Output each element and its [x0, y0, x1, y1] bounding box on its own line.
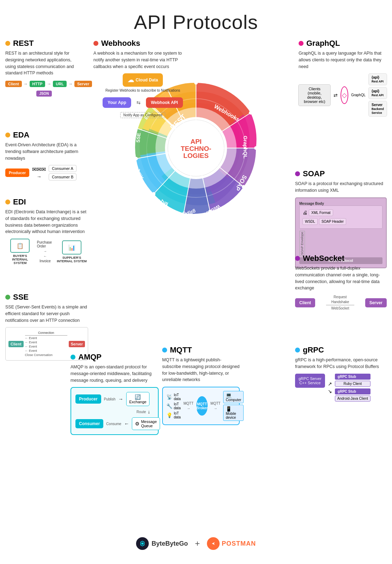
amqp-route-row: Route ↓ — [75, 409, 154, 415]
graphql-api-boxes: {api}Rest API {api}Rest API ServerBacken… — [368, 73, 387, 117]
graphql-title: GraphQL — [299, 39, 387, 48]
amqp-title-text: AMQP — [78, 352, 102, 362]
sse-description: SSE (Server-Sent Events) is a simple and… — [5, 304, 88, 324]
graphql-description: GraphQL is a query language for APIs tha… — [299, 50, 387, 70]
edi-invoice: Invoice — [39, 259, 51, 263]
svg-point-33 — [242, 185, 245, 189]
amqp-dot — [71, 355, 75, 360]
edi-description: EDI (Electronic Data Interchange) is a s… — [5, 209, 88, 235]
webhooks-api-box: Webhook API — [146, 97, 183, 108]
svg-text:TECHNO-: TECHNO- — [181, 145, 212, 152]
eda-title-text: EDA — [13, 130, 29, 140]
sse-title-text: SSE — [13, 293, 29, 302]
sse-client: Client — [8, 341, 24, 347]
mqtt-description: MQTT is a lightweight publish-subscribe … — [162, 357, 240, 383]
rest-arrow1: → — [24, 81, 28, 86]
grpc-diagram: gRPC ServerC++ Service ↗ ↘ gRPC Stub Rub… — [295, 374, 387, 401]
footer: ByteByteGo + POSTMAN — [136, 537, 256, 550]
edi-section: EDI EDI (Electronic Data Interchange) is… — [5, 197, 88, 265]
amqp-consumer: Consumer — [75, 419, 103, 428]
graphql-clients: Clients (mobile, desktop, browser etc) — [298, 84, 331, 106]
amqp-consumer-row: Consumer Consume ← ⚙ Message Queue — [75, 417, 154, 430]
svg-point-31 — [249, 111, 252, 115]
grpc-arrow1: ↗ — [328, 381, 332, 387]
mqtt-mobile-icon: 📱 — [226, 406, 232, 412]
websocket-section: WebSocket WebSockets provide a full-dupl… — [295, 254, 387, 310]
rest-arrow2: → — [47, 81, 51, 86]
eda-producer: Producer — [5, 168, 29, 177]
webhooks-description: A webhook is a mechanism for one system … — [93, 50, 192, 70]
webhooks-diagram: ☁ Cloud Data Register Webhooks to subscr… — [93, 73, 192, 118]
grpc-stub-2-label: gRPC Stub — [335, 388, 370, 394]
eda-consumers: Consumer A Consumer B — [49, 165, 76, 180]
graphql-diagram: Clients (mobile, desktop, browser etc) ⇄… — [299, 73, 387, 117]
webhooks-dot — [93, 41, 98, 46]
edi-supplier-icon: 📊 — [62, 240, 81, 255]
grpc-dot — [295, 348, 300, 352]
grpc-section: gRPC gRPC is a high-performance, open-so… — [295, 345, 387, 401]
sse-dot — [5, 295, 10, 300]
mqtt-section: MQTT MQTT is a lightweight publish-subsc… — [162, 345, 240, 425]
rest-arrow3: → — [68, 81, 73, 86]
rest-client-box: Client — [5, 81, 22, 87]
svg-point-30 — [194, 81, 198, 85]
mqtt-mobile: 📱 Mobile device — [223, 405, 244, 421]
grpc-stub-1-label: gRPC Stub — [335, 374, 370, 380]
postman-icon — [207, 537, 220, 550]
sse-event-1: ← Event — [25, 336, 67, 340]
grpc-title: gRPC — [295, 345, 387, 355]
mqtt-arrows-right: MQTT → — [210, 401, 220, 410]
ws-server: Server — [365, 298, 387, 307]
edi-purchase-order: Purchase Order — [37, 240, 54, 248]
mqtt-iot-device2: 🔧 IoT data — [166, 402, 180, 410]
graphql-node-label: GraphQL — [351, 93, 366, 97]
soap-message-body: 🖨 XML Format WSDL SOAP Header — [299, 206, 382, 229]
soap-xml-row: 🖨 XML Format — [302, 209, 379, 217]
soap-wsdl: WSDL — [302, 218, 318, 225]
sse-close: Close Conversation — [25, 353, 67, 357]
amqp-exchange-icon: 🔄 — [129, 394, 147, 400]
eda-consumer-a: Consumer A — [49, 165, 76, 172]
amqp-exchange: 🔄 Exchange — [126, 392, 150, 406]
eda-consumer-b: Consumer B — [49, 173, 76, 180]
soap-xml-format: XML Format — [309, 209, 333, 216]
rest-dot — [5, 41, 10, 46]
grpc-arrow2: ↘ — [328, 388, 332, 394]
mqtt-left-devices: 📡 IoT data 🔧 IoT data 💡 IoT data — [166, 393, 180, 419]
sse-section: SSE SSE (Server-Sent Events) is a simple… — [5, 293, 88, 361]
graphql-api2: {api}Rest API — [368, 87, 387, 99]
mqtt-computer-label: Computer — [226, 398, 241, 402]
amqp-section: AMQP AMQP is an open-standard protocol f… — [71, 352, 159, 435]
graphql-title-text: GraphQL — [306, 39, 340, 48]
mqtt-title: MQTT — [162, 345, 240, 355]
rest-server-box: Server — [74, 81, 92, 87]
grpc-client-1-label: Ruby Client — [335, 381, 370, 387]
svg-point-39 — [141, 542, 143, 545]
rest-title: REST — [5, 39, 83, 48]
amqp-diagram: Producer Publish → 🔄 Exchange Route ↓ Co… — [71, 387, 159, 435]
amqp-arrow-right-icon: → — [118, 396, 123, 402]
grpc-stub-2: gRPC Stub Android-Java Client — [335, 388, 370, 401]
amqp-mq-label: Message Queue — [141, 419, 157, 428]
webhooks-title-text: Webhooks — [101, 39, 140, 48]
graphql-arrow-left: ⇄ — [333, 92, 338, 98]
ws-arrows: Request Handshake WebSocket — [319, 295, 361, 310]
amqp-description: AMQP is an open-standard protocol for me… — [71, 364, 159, 384]
svg-text:LOGIES: LOGIES — [183, 152, 209, 159]
amqp-title: AMQP — [71, 352, 159, 362]
mqtt-iot-device1: 📡 IoT data — [166, 393, 180, 401]
grpc-stub-1: gRPC Stub Ruby Client — [335, 374, 370, 387]
rest-title-text: REST — [13, 39, 34, 48]
webhooks-cloud-label: Cloud Data — [136, 78, 158, 82]
amqp-message-queue: ⚙ Message Queue — [132, 417, 160, 430]
sse-title: SSE — [5, 293, 88, 302]
webhooks-your-app: Your App — [103, 97, 131, 108]
websocket-title-text: WebSocket — [303, 254, 344, 263]
mqtt-arrow-right2: → — [214, 406, 217, 410]
ws-client: Client — [295, 298, 315, 307]
svg-text:SSE: SSE — [135, 133, 141, 143]
mqtt-iot-device3: 💡 IoT data — [166, 411, 180, 419]
edi-buyer-icon: 📋 — [10, 239, 30, 253]
grpc-title-text: gRPC — [303, 345, 324, 355]
svg-text:API: API — [190, 138, 202, 145]
